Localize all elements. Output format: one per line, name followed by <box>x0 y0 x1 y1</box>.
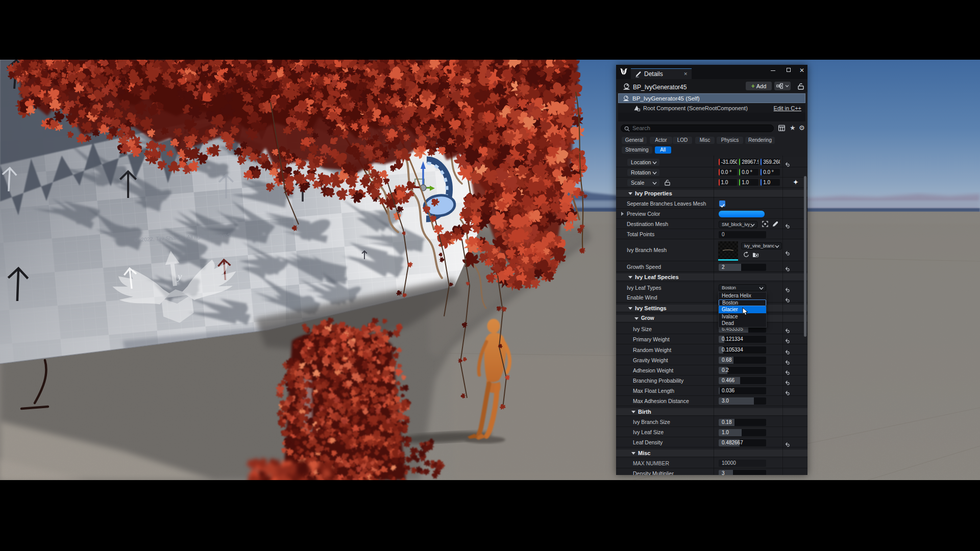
svg-text:y: y <box>177 271 182 282</box>
